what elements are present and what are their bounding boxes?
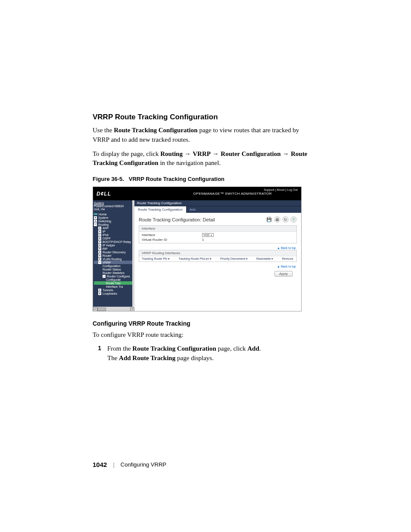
figure-title: VRRP Route Tracking Configuration bbox=[129, 176, 224, 182]
sidebar-item-rconfig[interactable]: −Router Configura bbox=[94, 274, 134, 278]
dell-logo: D¢LL bbox=[97, 191, 111, 197]
text: Use the bbox=[93, 127, 114, 134]
vrid-value: 1 bbox=[202, 238, 204, 242]
bold-term: Route Tracking Configuration bbox=[132, 345, 216, 352]
sidebar-item-vlan[interactable]: +VLAN Routing bbox=[94, 257, 134, 261]
plus-icon[interactable]: + bbox=[98, 237, 101, 240]
plus-icon[interactable]: + bbox=[98, 289, 101, 292]
nav-step: Router Configuration bbox=[221, 150, 280, 157]
sidebar-item-config[interactable]: Configuration bbox=[94, 264, 134, 268]
sidebar-item-routing[interactable]: −Routing bbox=[94, 223, 134, 226]
main-panel: Route Tracking Configuration Route Track… bbox=[134, 200, 301, 311]
col-priority[interactable]: Priority Decrement ▾ bbox=[220, 257, 248, 261]
back-to-top-link[interactable]: ▲ Back to top bbox=[139, 264, 297, 268]
sidebar-item-router[interactable]: +Router bbox=[94, 254, 134, 257]
figure-number: Figure 36-5. bbox=[93, 176, 124, 182]
sidebar-item-loop[interactable]: +Loopbacks bbox=[94, 292, 134, 295]
arrow-icon: → bbox=[281, 150, 291, 157]
text: To display the page, click bbox=[93, 150, 160, 157]
help-icon[interactable]: ? bbox=[290, 216, 297, 223]
figure-caption: Figure 36-5. VRRP Route Tracking Configu… bbox=[93, 176, 316, 182]
bold-term: Add Route Tracking bbox=[119, 355, 175, 361]
col-pfx[interactable]: Tracking Route Pfx ▾ bbox=[142, 257, 170, 261]
plus-icon[interactable]: + bbox=[94, 220, 97, 223]
table-header: Tracking Route Pfx ▾ Tracking Route PfxL… bbox=[139, 256, 296, 261]
sidebar-item-routetrack[interactable]: Route Trac bbox=[94, 281, 134, 285]
plus-icon[interactable]: + bbox=[98, 227, 101, 230]
bold-term: Add bbox=[247, 345, 259, 352]
minus-icon[interactable]: − bbox=[98, 261, 101, 264]
embedded-screenshot: Support | About | Log Out D¢LL OPENMANAG… bbox=[93, 187, 302, 311]
minus-icon[interactable]: − bbox=[94, 223, 97, 226]
toolbar-icons: 💾 🖶 ↻ ? bbox=[266, 216, 297, 223]
interface-group: Interface Interface Vl10▼ Virtual Router… bbox=[139, 225, 297, 243]
scrollbar-horizontal[interactable]: ‹› bbox=[93, 307, 134, 311]
navpath-paragraph: To display the page, click Routing → VRR… bbox=[93, 149, 316, 168]
back-to-top-link[interactable]: ▲ Back to top bbox=[139, 246, 297, 250]
sidebar-system[interactable]: System bbox=[94, 202, 134, 205]
sidebar-user: root, r/w bbox=[94, 208, 134, 211]
tab-configuration[interactable]: Route Tracking Configuration bbox=[134, 206, 186, 213]
group-header: VRRP Routing Interfaces bbox=[139, 250, 296, 256]
nav-step: Routing bbox=[160, 150, 183, 157]
sidebar-item-ospf[interactable]: +OSPF bbox=[94, 236, 134, 240]
text: in the navigation panel. bbox=[159, 159, 221, 166]
arrow-icon: → bbox=[211, 150, 221, 157]
plus-icon[interactable]: + bbox=[98, 233, 101, 236]
panel-title: Route Tracking Configuration: Detail bbox=[139, 217, 215, 222]
top-links[interactable]: Support | About | Log Out bbox=[264, 188, 298, 191]
sidebar[interactable]: System PowerConnect M8024 root, r/w Home… bbox=[93, 200, 134, 311]
sidebar-item-ipv6[interactable]: +IPv6 bbox=[94, 233, 134, 236]
col-reachable[interactable]: Reachable ▾ bbox=[256, 257, 273, 261]
sub-intro: To configure VRRP route tracking: bbox=[93, 330, 316, 340]
section-heading: VRRP Route Tracking Configuration bbox=[93, 113, 316, 121]
group-header: Interface bbox=[139, 226, 296, 232]
sidebar-item-rip[interactable]: +RIP bbox=[94, 247, 134, 250]
text: The bbox=[107, 355, 119, 361]
interface-select[interactable]: Vl10▼ bbox=[202, 233, 214, 237]
col-pfxlen[interactable]: Tracking Route PfxLen ▾ bbox=[178, 257, 212, 261]
col-remove: Remove bbox=[282, 257, 293, 261]
sidebar-item-configsub[interactable]: Configurati bbox=[94, 278, 134, 281]
plus-icon[interactable]: + bbox=[94, 216, 97, 219]
plus-icon[interactable]: + bbox=[98, 258, 101, 261]
print-icon[interactable]: 🖶 bbox=[274, 216, 280, 223]
sidebar-item-arp[interactable]: +ARP bbox=[94, 226, 134, 230]
text: From the bbox=[107, 345, 132, 352]
sidebar-item-home[interactable]: Home bbox=[94, 212, 134, 216]
sidebar-model: PowerConnect M8024 bbox=[94, 205, 134, 208]
arrow-icon: → bbox=[183, 150, 193, 157]
plus-icon[interactable]: + bbox=[98, 240, 101, 243]
plus-icon[interactable]: + bbox=[98, 247, 101, 250]
intro-paragraph: Use the Route Tracking Configuration pag… bbox=[93, 126, 316, 145]
sidebar-item-ip[interactable]: +IP bbox=[94, 230, 134, 233]
bold-term: Route Tracking Configuration bbox=[114, 127, 199, 134]
tab-add[interactable]: Add bbox=[186, 206, 199, 213]
sidebar-item-rstatus[interactable]: Router Status bbox=[94, 268, 134, 271]
sidebar-item-rd[interactable]: +Router Discovery bbox=[94, 250, 134, 254]
chevron-down-icon: ▼ bbox=[210, 234, 212, 236]
sidebar-item-iphelper[interactable]: +IP Helper bbox=[94, 243, 134, 247]
field-label-interface: Interface bbox=[142, 233, 202, 237]
sidebar-item-switching[interactable]: +Switching bbox=[94, 219, 134, 223]
plus-icon[interactable]: + bbox=[98, 251, 101, 254]
sidebar-item-relay[interactable]: +BOOTP/DHCP Relay bbox=[94, 240, 134, 243]
save-icon[interactable]: 💾 bbox=[266, 216, 272, 223]
apply-button[interactable]: Apply bbox=[274, 271, 293, 277]
sidebar-item-tunnels[interactable]: +Tunnels bbox=[94, 288, 134, 292]
brand-text: OPENMANAGE™ SWITCH ADMINISTRATOR bbox=[193, 192, 298, 196]
field-label-vrid: Virtual Router ID bbox=[142, 238, 202, 242]
plus-icon[interactable]: + bbox=[98, 244, 101, 247]
scrollbar-vertical[interactable] bbox=[132, 200, 134, 307]
minus-icon[interactable]: − bbox=[103, 275, 106, 278]
plus-icon[interactable]: + bbox=[98, 292, 101, 295]
sidebar-item-system[interactable]: +System bbox=[94, 216, 134, 219]
sidebar-item-iftrack[interactable]: Interface Tra bbox=[94, 285, 134, 288]
plus-icon[interactable]: + bbox=[98, 230, 101, 233]
refresh-icon[interactable]: ↻ bbox=[282, 216, 289, 223]
plus-icon[interactable]: + bbox=[98, 254, 101, 257]
sidebar-item-rstats[interactable]: Router Statistics bbox=[94, 271, 134, 274]
sub-heading: Configuring VRRP Route Tracking bbox=[93, 320, 316, 327]
sidebar-item-vrrp[interactable]: −VRRP bbox=[94, 261, 134, 264]
text: page displays. bbox=[175, 355, 214, 361]
